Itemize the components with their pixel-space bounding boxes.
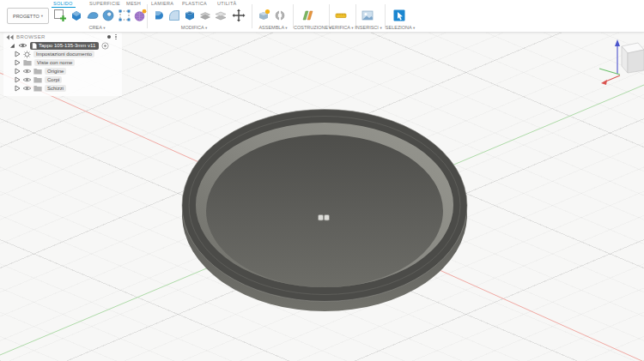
- toolbar-divider: [252, 4, 252, 28]
- browser-panel: BROWSER Tappo 105-135-3mm v11 Impostazio…: [3, 33, 122, 96]
- chevron-down-icon: ▾: [380, 26, 381, 30]
- tab-solido[interactable]: SOLIDO: [53, 1, 73, 6]
- active-component-label: Tappo 105-135-3mm v11: [39, 43, 95, 48]
- viewcube-z-axis-icon: [615, 39, 620, 74]
- verifica-group-dropdown[interactable]: VERIFICA ▾: [329, 25, 354, 30]
- press-pull-icon[interactable]: [152, 9, 166, 22]
- folder-icon: [33, 85, 42, 92]
- costruzione-group-dropdown[interactable]: COSTRUZIONE ▾: [294, 25, 331, 30]
- tab-lamiera[interactable]: LAMIERA: [151, 1, 173, 6]
- extrude-icon[interactable]: [70, 9, 83, 22]
- move-copy-icon[interactable]: [232, 9, 246, 22]
- insert-canvas-icon[interactable]: [361, 9, 374, 22]
- select-icon[interactable]: [392, 9, 406, 22]
- collapse-panel-icon[interactable]: [6, 34, 14, 40]
- browser-row-viste[interactable]: Viste con nome: [3, 58, 122, 67]
- measure-icon[interactable]: [334, 9, 348, 22]
- form-icon[interactable]: [133, 9, 147, 22]
- assembla-group-label: ASSEMBLA: [258, 25, 283, 30]
- collapse-arrow-icon[interactable]: [15, 76, 21, 83]
- active-tab-underline: [52, 7, 76, 9]
- browser-row-impostazioni[interactable]: Impostazioni documento: [3, 50, 122, 58]
- combine-icon[interactable]: [198, 9, 212, 22]
- inserisci-group-label: INSERISCI: [355, 25, 379, 30]
- kebab-menu-icon[interactable]: [115, 34, 117, 40]
- folder-icon: [33, 76, 42, 83]
- costruzione-group-label: COSTRUZIONE: [294, 25, 328, 30]
- visibility-eye-icon[interactable]: [18, 42, 27, 49]
- document-icon: [32, 43, 37, 49]
- chevron-down-icon: ▾: [285, 26, 287, 30]
- modifica-group-dropdown[interactable]: MODIFICA ▾: [181, 25, 207, 30]
- verifica-group-label: VERIFICA: [329, 25, 350, 30]
- tab-plastica[interactable]: PLASTICA: [182, 1, 207, 6]
- visibility-eye-icon[interactable]: [22, 85, 32, 92]
- pattern-icon[interactable]: [118, 9, 131, 22]
- viewcube-cube[interactable]: [622, 43, 644, 73]
- project-button-label: PROGETTO: [13, 14, 39, 19]
- crea-group-label: CREA: [89, 25, 102, 30]
- collapse-arrow-icon[interactable]: [15, 59, 21, 66]
- browser-item-label[interactable]: Origine: [45, 68, 66, 75]
- tab-utilita[interactable]: UTILITÀ: [217, 1, 237, 6]
- shell-icon[interactable]: [183, 9, 197, 22]
- model-ring-body[interactable]: [182, 109, 467, 311]
- visibility-eye-icon[interactable]: [22, 68, 32, 75]
- chevron-down-icon: ▾: [103, 26, 105, 30]
- browser-item-label[interactable]: Impostazioni documento: [33, 51, 94, 57]
- browser-item-label[interactable]: Corpi: [45, 76, 62, 83]
- browser-row-corpi[interactable]: Corpi: [3, 75, 122, 84]
- browser-panel-header: BROWSER: [3, 33, 122, 41]
- joint-icon[interactable]: [273, 9, 287, 22]
- create-sketch-icon[interactable]: [53, 9, 67, 22]
- active-component[interactable]: Tappo 105-135-3mm v11: [30, 42, 99, 50]
- folder-icon: [23, 59, 32, 66]
- browser-item-label[interactable]: Schizzi: [45, 85, 66, 92]
- browser-item-label[interactable]: Viste con nome: [34, 59, 75, 66]
- panel-dot-icon[interactable]: [107, 35, 111, 39]
- crea-group-dropdown[interactable]: CREA ▾: [89, 25, 106, 30]
- project-dropdown-button[interactable]: PROGETTO ▾: [7, 8, 49, 24]
- browser-row-schizzi[interactable]: Schizzi: [3, 84, 122, 93]
- inserisci-group-dropdown[interactable]: INSERISCI ▾: [355, 25, 381, 30]
- chevron-down-icon: ▾: [205, 26, 207, 30]
- fillet-icon[interactable]: [167, 9, 181, 22]
- chevron-down-icon: ▾: [351, 26, 353, 30]
- tab-mesh[interactable]: MESH: [126, 1, 141, 6]
- split-body-icon[interactable]: [214, 9, 228, 22]
- activate-radio-icon[interactable]: [101, 42, 109, 50]
- modifica-group-label: MODIFICA: [181, 25, 204, 30]
- collapse-arrow-icon[interactable]: [15, 51, 21, 57]
- browser-panel-title: BROWSER: [16, 34, 46, 39]
- toolbar-divider: [147, 4, 148, 28]
- new-component-icon[interactable]: [257, 9, 270, 22]
- seleziona-group-dropdown[interactable]: SELEZIONA ▾: [386, 25, 415, 30]
- toolbar: SOLIDO SUPERFICIE MESH LAMIERA PLASTICA …: [0, 0, 644, 33]
- assembla-group-dropdown[interactable]: ASSEMBLA ▾: [258, 25, 287, 30]
- seleziona-group-label: SELEZIONA: [386, 25, 412, 30]
- collapse-arrow-icon[interactable]: [15, 85, 21, 92]
- construction-plane-icon[interactable]: [301, 9, 314, 22]
- chevron-down-icon: ▾: [413, 26, 415, 30]
- viewcube-x-axis-icon: [601, 75, 620, 85]
- sweep-icon[interactable]: [86, 9, 100, 22]
- viewcube[interactable]: [599, 34, 644, 87]
- folder-icon: [33, 68, 42, 75]
- revolve-icon[interactable]: [101, 9, 115, 22]
- chevron-down-icon: ▾: [41, 14, 43, 18]
- browser-row-origine[interactable]: Origine: [3, 67, 122, 75]
- tab-superficie[interactable]: SUPERFICIE: [89, 1, 120, 6]
- visibility-eye-icon[interactable]: [22, 76, 32, 83]
- collapse-arrow-icon[interactable]: [15, 68, 21, 75]
- expand-arrow-icon[interactable]: [9, 42, 15, 49]
- browser-root-row[interactable]: Tappo 105-135-3mm v11: [3, 41, 122, 50]
- gear-icon: [23, 51, 31, 58]
